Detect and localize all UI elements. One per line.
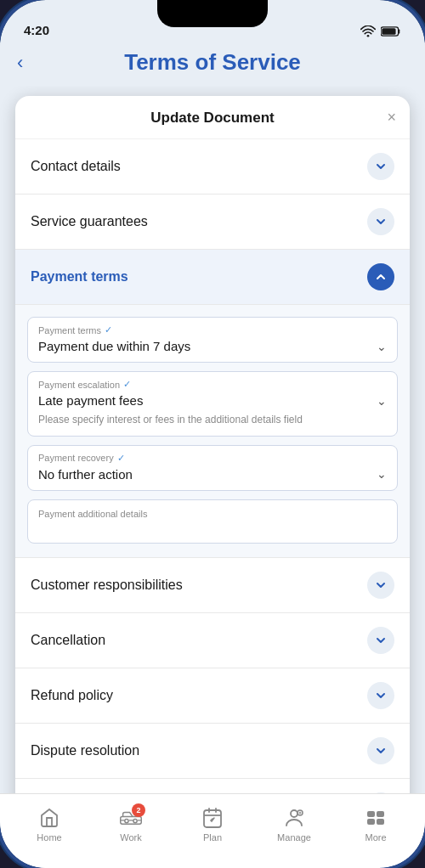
svg-rect-5 [125, 819, 128, 822]
field-group-payment-recovery: Payment recovery ✓ No further action ⌄ [27, 445, 398, 491]
accordion-header-customer[interactable]: Customer responsibilities [15, 558, 410, 612]
field-value-payment-escalation: Late payment fees [38, 393, 143, 408]
chevron-btn-dispute[interactable] [367, 737, 394, 764]
field-label-payment-recovery: Payment recovery ✓ [38, 453, 387, 464]
nav-label-more: More [365, 832, 386, 843]
page-title: Terms of Service [124, 49, 301, 76]
accordion-item-service: Service guarantees [15, 194, 410, 250]
phone-screen: 4:20 ‹ [0, 0, 425, 868]
field-textarea-payment-additional[interactable]: Payment additional details [27, 499, 398, 544]
page-header: ‹ Terms of Service [0, 42, 425, 86]
chevron-btn-contact[interactable] [367, 153, 394, 180]
nav-icon-plan [201, 807, 224, 829]
modal-title: Update Document [150, 110, 274, 127]
chevron-btn-customer[interactable] [367, 572, 394, 599]
svg-rect-10 [367, 811, 375, 817]
field-select-payment-recovery[interactable]: No further action ⌄ [38, 467, 387, 482]
check-icon: ✓ [105, 324, 112, 335]
content-area: ‹ Terms of Service Update Document × Con… [0, 42, 425, 868]
nav-icon-manage [283, 807, 305, 829]
nav-item-work[interactable]: 2 Work [90, 807, 172, 843]
accordion-item-dispute: Dispute resolution [15, 724, 410, 779]
chevron-btn-cancellation[interactable] [367, 627, 394, 654]
modal: Update Document × Contact details [15, 96, 410, 868]
modal-container: Update Document × Contact details [0, 86, 425, 868]
chevron-down-icon [375, 745, 387, 757]
notch [157, 0, 268, 27]
field-label-payment-escalation: Payment escalation ✓ [38, 379, 387, 390]
svg-rect-2 [382, 28, 395, 35]
chevron-down-icon [375, 579, 387, 591]
field-value-payment-recovery: No further action [38, 467, 133, 482]
field-hint-payment-escalation: Please specify interest or fees in the a… [38, 413, 387, 427]
field-label-payment-additional: Payment additional details [38, 509, 387, 519]
status-icons [360, 25, 401, 37]
check-icon: ✓ [117, 453, 125, 464]
svg-point-8 [291, 810, 298, 817]
accordion-content-payment: Payment terms ✓ Payment due within 7 day… [15, 304, 410, 557]
accordion-label-dispute: Dispute resolution [31, 743, 139, 758]
svg-rect-6 [133, 819, 137, 822]
nav-item-plan[interactable]: Plan [172, 807, 253, 843]
chevron-down-icon [375, 161, 387, 172]
accordion-item-payment: Payment terms [15, 250, 410, 558]
phone-frame: 4:20 ‹ [0, 0, 425, 868]
accordion-label-refund: Refund policy [31, 688, 113, 703]
svg-rect-12 [367, 819, 375, 825]
nav-icon-more [365, 807, 387, 829]
nav-item-home[interactable]: Home [8, 807, 90, 843]
wifi-icon [360, 25, 376, 37]
svg-point-0 [367, 35, 370, 37]
chevron-btn-payment[interactable] [367, 263, 394, 290]
accordion-label-payment: Payment terms [31, 269, 128, 285]
home-icon [39, 808, 60, 828]
modal-header: Update Document × [15, 96, 410, 139]
back-button[interactable]: ‹ [17, 52, 23, 74]
nav-badge-work: 2 [132, 803, 145, 817]
accordion-item-cancellation: Cancellation [15, 613, 410, 668]
accordion-header-service[interactable]: Service guarantees [15, 194, 410, 249]
chevron-btn-service[interactable] [367, 208, 394, 235]
check-icon: ✓ [123, 379, 131, 390]
field-select-payment-terms[interactable]: Payment due within 7 days ⌄ [38, 339, 387, 353]
nav-label-plan: Plan [203, 832, 222, 843]
accordion-header-payment[interactable]: Payment terms [15, 250, 410, 304]
chevron-up-icon [375, 271, 387, 283]
field-value-payment-terms: Payment due within 7 days [38, 339, 190, 353]
nav-label-home: Home [37, 832, 61, 843]
svg-rect-13 [377, 819, 384, 825]
status-time: 4:20 [24, 23, 49, 37]
bottom-nav: Home 2 Work [0, 793, 425, 868]
field-group-payment-escalation: Payment escalation ✓ Late payment fees ⌄… [27, 371, 398, 437]
nav-icon-home [38, 807, 60, 829]
chevron-down-icon [375, 690, 387, 702]
nav-item-more[interactable]: More [335, 807, 416, 843]
nav-icon-work: 2 [120, 807, 142, 829]
nav-item-manage[interactable]: Manage [253, 807, 335, 843]
nav-label-manage: Manage [277, 832, 311, 843]
chevron-down-icon [375, 634, 387, 646]
accordion-item-customer: Customer responsibilities [15, 558, 410, 613]
close-button[interactable]: × [387, 109, 396, 127]
nav-label-work: Work [120, 832, 141, 843]
svg-rect-11 [377, 811, 384, 817]
accordion-header-dispute[interactable]: Dispute resolution [15, 724, 410, 778]
chevron-btn-refund[interactable] [367, 682, 394, 709]
plan-icon [203, 808, 222, 828]
accordion-item-contact: Contact details [15, 139, 410, 194]
accordion-label-cancellation: Cancellation [31, 633, 105, 648]
accordion-label-service: Service guarantees [31, 214, 148, 229]
accordion-label-contact: Contact details [31, 159, 121, 174]
field-group-payment-terms: Payment terms ✓ Payment due within 7 day… [27, 317, 398, 363]
field-label-payment-terms: Payment terms ✓ [38, 324, 387, 335]
accordion-header-contact[interactable]: Contact details [15, 139, 410, 194]
more-icon [366, 809, 386, 826]
accordion-header-cancellation[interactable]: Cancellation [15, 613, 410, 668]
field-select-payment-escalation[interactable]: Late payment fees ⌄ [38, 393, 387, 408]
accordion-label-customer: Customer responsibilities [31, 578, 183, 593]
chevron-down-icon: ⌄ [377, 394, 387, 408]
manage-icon [285, 808, 303, 828]
chevron-down-icon [375, 216, 387, 228]
accordion-header-refund[interactable]: Refund policy [15, 668, 410, 723]
chevron-down-icon: ⌄ [377, 340, 387, 353]
